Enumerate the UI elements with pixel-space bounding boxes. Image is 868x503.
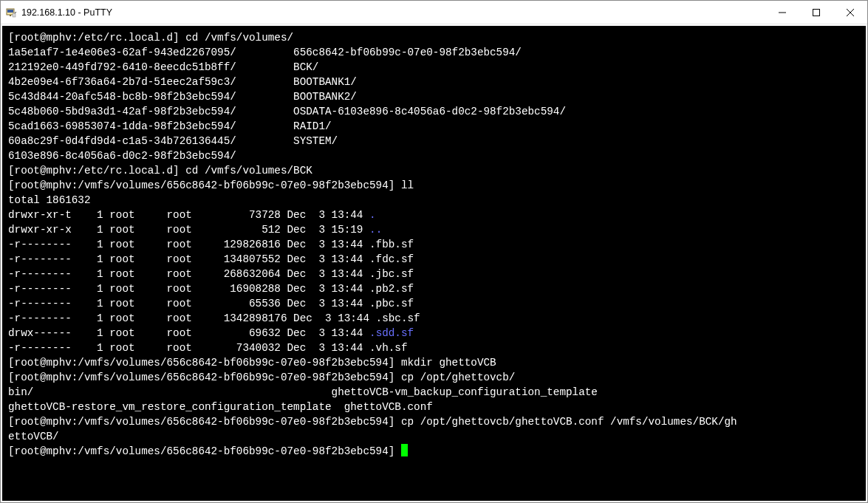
terminal-line: 1a5e1af7-1e4e06e3-62af-943ed2267095/ 656… [8, 45, 860, 60]
terminal-line: -r-------- 1 root root 268632064 Dec 3 1… [8, 267, 860, 281]
terminal-line: -r-------- 1 root root 1342898176 Dec 3 … [8, 311, 860, 326]
terminal-text: -r-------- 1 root root 65536 Dec 3 13:44… [8, 298, 414, 309]
terminal-line: [root@mphv:/vmfs/volumes/656c8642-bf06b9… [8, 370, 860, 385]
terminal-text: drwxr-xr-t 1 root root 73728 Dec 3 13:44 [8, 209, 369, 221]
terminal-text: -r-------- 1 root root 7340032 Dec 3 13:… [8, 342, 408, 354]
terminal-line: [root@mphv:/vmfs/volumes/656c8642-bf06b9… [8, 178, 860, 193]
terminal-line: 4b2e09e4-6f736a64-2b7d-51eec2af59c3/ BOO… [8, 75, 860, 89]
terminal-line: [root@mphv:/vmfs/volumes/656c8642-bf06b9… [8, 444, 860, 459]
terminal-text: 60a8c29f-0d4fd9d4-c1a5-34b726136445/ SYS… [8, 135, 338, 147]
putty-icon [5, 7, 17, 18]
terminal-line: -r-------- 1 root root 65536 Dec 3 13:44… [8, 296, 860, 311]
terminal-text: [root@mphv:/vmfs/volumes/656c8642-bf06b9… [8, 372, 515, 383]
terminal-line: 60a8c29f-0d4fd9d4-c1a5-34b726136445/ SYS… [8, 134, 860, 148]
terminal-line: [root@mphv:/vmfs/volumes/656c8642-bf06b9… [8, 414, 860, 429]
terminal-text: 6103e896-8c4056a6-d0c2-98f2b3ebc594/ [8, 150, 236, 162]
terminal-line: total 1861632 [8, 193, 860, 208]
cursor [401, 444, 408, 456]
terminal-line: 5cad1663-69853074-1dda-98f2b3ebc594/ RAI… [8, 119, 860, 134]
terminal-text: 1a5e1af7-1e4e06e3-62af-943ed2267095/ 656… [8, 47, 522, 58]
terminal-line: bin/ ghettoVCB-vm_backup_configuration_t… [8, 385, 860, 400]
terminal-text: .sdd.sf [369, 327, 414, 339]
svg-rect-2 [10, 15, 11, 16]
terminal-line: [root@mphv:/etc/rc.local.d] cd /vmfs/vol… [8, 30, 860, 45]
terminal-line: -r-------- 1 root root 7340032 Dec 3 13:… [8, 341, 860, 355]
terminal-text: [root@mphv:/vmfs/volumes/656c8642-bf06b9… [8, 445, 401, 457]
terminal-line: 212192e0-449fd792-6410-8eecdc51b8ff/ BCK… [8, 60, 860, 75]
terminal-text: 5c43d844-20afc548-bc8b-98f2b3ebc594/ BOO… [8, 91, 357, 103]
terminal-text: bin/ ghettoVCB-vm_backup_configuration_t… [8, 386, 598, 398]
terminal-line: ettoVCB/ [8, 429, 860, 444]
svg-rect-1 [7, 10, 13, 13]
terminal-text: drwx------ 1 root root 69632 Dec 3 13:44 [8, 327, 369, 339]
terminal-line: [root@mphv:/vmfs/volumes/656c8642-bf06b9… [8, 355, 860, 370]
terminal-text: ghettoVCB-restore_vm_restore_configurati… [8, 401, 433, 413]
putty-window: 192.168.1.10 - PuTTY [root@mphv:/etc/rc.… [0, 0, 868, 503]
maximize-button[interactable] [799, 1, 833, 24]
window-controls [765, 1, 867, 24]
terminal-text: 4b2e09e4-6f736a64-2b7d-51eec2af59c3/ BOO… [8, 76, 357, 88]
svg-rect-6 [813, 9, 820, 16]
terminal-line: -r-------- 1 root root 16908288 Dec 3 13… [8, 281, 860, 296]
terminal-text: [root@mphv:/etc/rc.local.d] cd /vmfs/vol… [8, 32, 293, 44]
terminal-line: drwxr-xr-t 1 root root 73728 Dec 3 13:44… [8, 208, 860, 222]
svg-rect-3 [13, 13, 16, 17]
window-title: 192.168.1.10 - PuTTY [21, 7, 765, 18]
terminal-line: [root@mphv:/etc/rc.local.d] cd /vmfs/vol… [8, 163, 860, 178]
terminal-text: .. [369, 224, 382, 236]
terminal-text: 5c48b060-5bd9a3d1-42af-98f2b3ebc594/ OSD… [8, 106, 566, 117]
terminal-text: total 1861632 [8, 194, 91, 206]
terminal-text: -r-------- 1 root root 129826816 Dec 3 1… [8, 239, 414, 250]
terminal-text: ettoVCB/ [8, 431, 59, 442]
terminal-text: [root@mphv:/etc/rc.local.d] cd /vmfs/vol… [8, 165, 312, 177]
terminal-text: [root@mphv:/vmfs/volumes/656c8642-bf06b9… [8, 179, 414, 191]
terminal-text: 212192e0-449fd792-6410-8eecdc51b8ff/ BCK… [8, 61, 318, 73]
terminal-text: drwxr-xr-x 1 root root 512 Dec 3 15:19 [8, 224, 369, 236]
minimize-button[interactable] [765, 1, 799, 24]
terminal-text: [root@mphv:/vmfs/volumes/656c8642-bf06b9… [8, 416, 737, 428]
titlebar[interactable]: 192.168.1.10 - PuTTY [1, 1, 867, 24]
svg-line-4 [15, 12, 16, 13]
terminal-area[interactable]: [root@mphv:/etc/rc.local.d] cd /vmfs/vol… [2, 26, 866, 501]
close-button[interactable] [833, 1, 867, 24]
terminal-line: 6103e896-8c4056a6-d0c2-98f2b3ebc594/ [8, 148, 860, 163]
terminal-line: ghettoVCB-restore_vm_restore_configurati… [8, 400, 860, 414]
terminal-line: drwx------ 1 root root 69632 Dec 3 13:44… [8, 326, 860, 341]
terminal-text: -r-------- 1 root root 16908288 Dec 3 13… [8, 283, 414, 295]
terminal-text: -r-------- 1 root root 268632064 Dec 3 1… [8, 268, 414, 280]
terminal-text: [root@mphv:/vmfs/volumes/656c8642-bf06b9… [8, 357, 496, 369]
terminal-line: -r-------- 1 root root 134807552 Dec 3 1… [8, 252, 860, 267]
terminal-text: -r-------- 1 root root 1342898176 Dec 3 … [8, 312, 420, 324]
terminal-text: -r-------- 1 root root 134807552 Dec 3 1… [8, 253, 414, 265]
terminal-line: 5c48b060-5bd9a3d1-42af-98f2b3ebc594/ OSD… [8, 104, 860, 119]
terminal-text: 5cad1663-69853074-1dda-98f2b3ebc594/ RAI… [8, 120, 332, 132]
terminal-line: drwxr-xr-x 1 root root 512 Dec 3 15:19 .… [8, 222, 860, 237]
terminal-line: -r-------- 1 root root 129826816 Dec 3 1… [8, 237, 860, 252]
terminal-line: 5c43d844-20afc548-bc8b-98f2b3ebc594/ BOO… [8, 89, 860, 104]
terminal-text: . [369, 209, 376, 221]
